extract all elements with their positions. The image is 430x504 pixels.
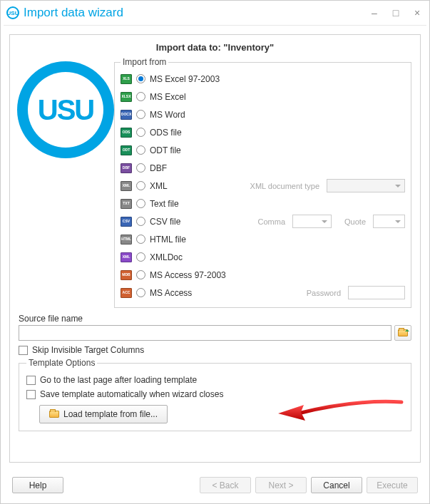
import-from-group: Import from XLSMS Excel 97-2003XLSXMS Ex…: [114, 57, 411, 308]
comma-label: Comma: [258, 217, 286, 226]
xml-doc-type-label: XML document type: [250, 182, 319, 190]
title-bar: USU Import data wizard – □ ×: [1, 1, 429, 25]
file-type-icon: DOCX: [121, 110, 132, 120]
source-file-label: Source file name: [19, 314, 411, 324]
format-radio[interactable]: [136, 252, 145, 262]
file-type-icon: ACC: [121, 288, 132, 298]
save-template-auto-label: Save template automatically when wizard …: [40, 389, 223, 399]
format-label: MS Access: [150, 288, 228, 298]
format-option-odt-file[interactable]: ODTODT file: [121, 141, 405, 159]
format-label: ODT file: [150, 145, 228, 155]
format-radio[interactable]: [136, 270, 145, 279]
cancel-button[interactable]: Cancel: [311, 477, 362, 493]
format-radio[interactable]: [136, 235, 145, 244]
file-type-icon: XML: [121, 252, 132, 262]
format-option-ods-file[interactable]: ODSODS file: [121, 123, 405, 141]
comma-select: [292, 215, 332, 228]
file-type-icon: ODT: [121, 145, 132, 155]
next-button: Next >: [255, 477, 307, 493]
format-option-xmldoc[interactable]: XMLXMLDoc: [121, 248, 405, 266]
format-label: MS Excel 97-2003: [150, 74, 228, 84]
file-type-icon: TXT: [121, 199, 132, 209]
template-options-group: Template Options Go to the last page aft…: [19, 358, 411, 431]
format-option-ms-word[interactable]: DOCXMS Word: [121, 106, 405, 123]
format-option-ms-excel[interactable]: XLSXMS Excel: [121, 88, 405, 106]
file-type-icon: ODS: [121, 128, 132, 138]
file-type-icon: XLS: [121, 74, 132, 84]
quote-label: Quote: [344, 217, 366, 226]
format-option-ms-access-97-2003[interactable]: MDBMS Access 97-2003: [121, 266, 405, 284]
red-arrow-annotation: [270, 398, 405, 426]
format-label: CSV file: [150, 217, 228, 227]
minimize-button[interactable]: –: [369, 7, 379, 19]
import-from-legend: Import from: [121, 57, 168, 67]
usu-logo: USU: [17, 61, 114, 158]
format-radio[interactable]: [136, 199, 145, 208]
password-input: [348, 286, 405, 299]
file-type-icon: CSV: [121, 217, 132, 227]
password-label: Password: [307, 289, 341, 297]
folder-open-icon: [398, 329, 408, 336]
format-option-xml[interactable]: XMLXMLXML document type: [121, 177, 405, 195]
load-template-button[interactable]: Load template from file...: [39, 405, 168, 423]
format-label: MS Word: [150, 110, 228, 120]
browse-source-button[interactable]: [394, 325, 411, 341]
help-button[interactable]: Help: [12, 477, 63, 493]
format-option-ms-access[interactable]: ACCMS AccessPassword: [121, 284, 405, 302]
footer-buttons: Help < Back Next > Cancel Execute: [1, 471, 429, 503]
skip-invisible-checkbox[interactable]: [19, 346, 28, 355]
format-radio[interactable]: [136, 128, 145, 137]
format-option-ms-excel-97-2003[interactable]: XLSMS Excel 97-2003: [121, 70, 405, 88]
folder-icon: [49, 411, 59, 418]
maximize-button[interactable]: □: [391, 7, 401, 19]
format-option-csv-file[interactable]: CSVCSV fileCommaQuote: [121, 212, 405, 230]
format-option-html-file[interactable]: HTMLHTML file: [121, 230, 405, 248]
app-icon: USU: [6, 6, 19, 19]
format-label: Text file: [150, 199, 228, 209]
close-button[interactable]: ×: [412, 7, 422, 19]
file-type-icon: XML: [121, 181, 132, 191]
skip-invisible-label: Skip Invisible Target Columns: [32, 345, 144, 355]
format-label: MS Access 97-2003: [150, 270, 228, 280]
format-option-dbf[interactable]: DBFDBF: [121, 159, 405, 177]
format-label: MS Excel: [150, 92, 228, 102]
goto-last-page-label: Go to the last page after loading templa…: [40, 375, 197, 385]
back-button: < Back: [200, 477, 251, 493]
format-radio[interactable]: [136, 217, 145, 226]
format-label: HTML file: [150, 235, 228, 245]
quote-select: [373, 215, 405, 228]
file-type-icon: DBF: [121, 163, 132, 173]
execute-button: Execute: [367, 477, 418, 493]
panel-heading: Import data to: "Inventory": [19, 42, 411, 53]
format-option-text-file[interactable]: TXTText file: [121, 195, 405, 212]
format-label: XML: [150, 181, 228, 191]
format-radio[interactable]: [136, 74, 145, 83]
save-template-auto-checkbox[interactable]: [26, 390, 36, 399]
format-radio[interactable]: [136, 110, 145, 119]
file-type-icon: HTML: [121, 235, 132, 245]
file-type-icon: MDB: [121, 270, 132, 280]
format-label: ODS file: [150, 128, 228, 138]
window-title: Import data wizard: [24, 6, 369, 20]
format-radio[interactable]: [136, 92, 145, 101]
file-type-icon: XLSX: [121, 92, 132, 102]
goto-last-page-checkbox[interactable]: [26, 376, 36, 385]
xml-doc-type-select: [327, 179, 405, 192]
template-options-legend: Template Options: [26, 358, 97, 368]
format-radio[interactable]: [136, 181, 145, 190]
svg-marker-0: [278, 405, 305, 421]
format-radio[interactable]: [136, 145, 145, 155]
format-radio[interactable]: [136, 163, 145, 173]
source-file-input[interactable]: [19, 325, 391, 341]
format-label: DBF: [150, 163, 228, 173]
format-label: XMLDoc: [150, 252, 228, 262]
format-radio[interactable]: [136, 288, 145, 297]
